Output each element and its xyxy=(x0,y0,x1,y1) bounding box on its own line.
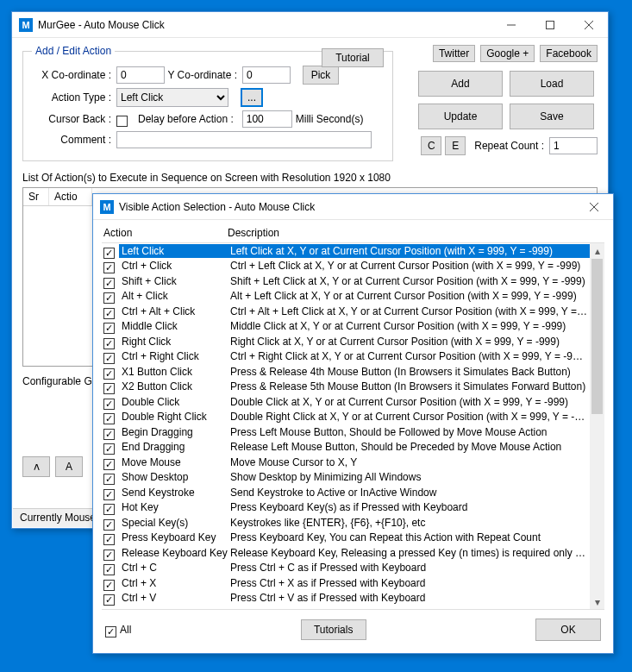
action-row[interactable]: End DraggingRelease Left Mouse Button, S… xyxy=(102,440,590,455)
save-button[interactable]: Save xyxy=(510,104,594,129)
action-row[interactable]: Ctrl + XPress Ctrl + X as if Pressed wit… xyxy=(102,575,590,591)
add-button[interactable]: Add xyxy=(418,71,503,97)
load-button[interactable]: Load xyxy=(510,71,594,97)
action-description: Right Click at X, Y or at Current Cursor… xyxy=(228,335,590,349)
e-button[interactable]: E xyxy=(445,136,466,155)
action-row[interactable]: Alt + ClickAlt + Left Click at X, Y or a… xyxy=(102,289,590,305)
repeat-count-input[interactable] xyxy=(549,137,598,154)
action-row-checkbox[interactable] xyxy=(103,308,115,319)
action-row[interactable]: Left ClickLeft Click at X, Y or at Curre… xyxy=(102,243,590,259)
action-type-label: Action Type : xyxy=(32,91,116,104)
action-row-checkbox[interactable] xyxy=(103,338,115,349)
more-actions-button[interactable]: ... xyxy=(241,88,263,107)
twitter-link[interactable]: Twitter xyxy=(433,45,475,62)
action-row-checkbox[interactable] xyxy=(103,459,115,470)
scroll-down-arrow-icon[interactable]: ▾ xyxy=(590,594,604,609)
col-action-header[interactable]: Actio xyxy=(49,188,92,205)
action-row-checkbox[interactable] xyxy=(103,368,115,380)
maximize-button[interactable] xyxy=(530,12,569,38)
action-row[interactable]: Press Keyboard KeyPress Keyboard Key, Yo… xyxy=(102,531,590,546)
vertical-scrollbar[interactable]: ▴ ▾ xyxy=(590,243,604,609)
cursor-back-checkbox[interactable] xyxy=(116,116,128,127)
action-name: Ctrl + C xyxy=(119,561,228,575)
action-row-checkbox[interactable] xyxy=(103,262,115,273)
action-row[interactable]: Right ClickRight Click at X, Y or at Cur… xyxy=(102,334,590,349)
groupbox-legend: Add / Edit Action xyxy=(32,45,115,57)
c-button[interactable]: C xyxy=(421,136,441,155)
action-row-checkbox[interactable] xyxy=(103,323,115,334)
action-row-checkbox[interactable] xyxy=(103,278,115,289)
action-name: Release Keyboard Key xyxy=(119,546,228,560)
action-description: Press & Release 5th Mouse Button (In Bro… xyxy=(228,380,590,393)
action-row[interactable]: Ctrl + Right ClickCtrl + Right Click at … xyxy=(102,349,590,365)
action-row[interactable]: Ctrl + ClickCtrl + Left Click at X, Y or… xyxy=(102,259,590,274)
action-row[interactable]: X2 Button ClickPress & Release 5th Mouse… xyxy=(102,380,590,395)
action-row-checkbox[interactable] xyxy=(103,594,115,606)
col-description-header[interactable]: Description xyxy=(228,227,604,239)
dialog-titlebar[interactable]: M Visible Action Selection - Auto Mouse … xyxy=(93,194,613,220)
action-row[interactable]: X1 Button ClickPress & Release 4th Mouse… xyxy=(102,364,590,380)
all-checkbox[interactable] xyxy=(105,626,116,637)
action-row-checkbox[interactable] xyxy=(103,564,115,575)
ok-button[interactable]: OK xyxy=(535,619,601,641)
action-row[interactable]: Special Key(s)Keystrokes like {ENTER}, {… xyxy=(102,515,590,531)
y-coord-input[interactable] xyxy=(242,66,291,84)
main-titlebar[interactable]: M MurGee - Auto Mouse Click xyxy=(12,12,608,38)
minimize-button[interactable] xyxy=(491,12,530,38)
action-row-checkbox[interactable] xyxy=(103,353,115,364)
action-row-checkbox[interactable] xyxy=(103,519,115,531)
action-description: Alt + Left Click at X, Y or at Current C… xyxy=(228,289,590,303)
action-row-checkbox[interactable] xyxy=(103,248,115,259)
action-row-checkbox[interactable] xyxy=(103,443,115,455)
action-row[interactable]: Send KeystrokeSend Keystroke to Active o… xyxy=(102,485,590,500)
action-name: Double Click xyxy=(119,395,228,409)
col-action-header[interactable]: Action xyxy=(102,227,228,239)
tutorial-button[interactable]: Tutorial xyxy=(322,48,384,67)
unknown-a-button[interactable]: A xyxy=(55,456,83,477)
action-description: Show Desktop by Minimizing All Windows xyxy=(228,470,590,484)
pick-button[interactable]: Pick xyxy=(303,66,339,85)
facebook-link[interactable]: Facebook xyxy=(540,45,598,62)
action-row[interactable]: Move MouseMove Mouse Cursor to X, Y xyxy=(102,455,590,470)
action-row[interactable]: Ctrl + CPress Ctrl + C as if Pressed wit… xyxy=(102,561,590,576)
action-row-checkbox[interactable] xyxy=(103,504,115,515)
move-up-button[interactable]: ʌ xyxy=(22,456,50,477)
action-row[interactable]: Middle ClickMiddle Click at X, Y or at C… xyxy=(102,319,590,335)
update-button[interactable]: Update xyxy=(418,104,503,129)
close-button[interactable] xyxy=(569,12,608,38)
action-row-checkbox[interactable] xyxy=(103,292,115,304)
action-row[interactable]: Begin DraggingPress Left Mouse Button, S… xyxy=(102,424,590,440)
scroll-up-arrow-icon[interactable]: ▴ xyxy=(590,243,604,258)
action-row[interactable]: Release Keyboard KeyRelease Keyboard Key… xyxy=(102,545,590,561)
action-row-checkbox[interactable] xyxy=(103,413,115,424)
action-name: X2 Button Click xyxy=(119,380,228,393)
action-row-checkbox[interactable] xyxy=(103,489,115,500)
app-icon: M xyxy=(100,200,114,214)
action-row-checkbox[interactable] xyxy=(103,383,115,394)
delay-input[interactable] xyxy=(242,110,292,128)
action-row-checkbox[interactable] xyxy=(103,550,115,561)
action-description: Double Click at X, Y or at Current Curso… xyxy=(228,395,590,409)
x-coord-input[interactable] xyxy=(116,66,165,84)
action-row[interactable]: Ctrl + Alt + ClickCtrl + Alt + Left Clic… xyxy=(102,304,590,319)
action-row-checkbox[interactable] xyxy=(103,399,115,410)
tutorials-button[interactable]: Tutorials xyxy=(301,619,366,640)
action-row-checkbox[interactable] xyxy=(103,534,115,545)
action-row[interactable]: Hot KeyPress Keyboard Key(s) as if Press… xyxy=(102,500,590,516)
action-row[interactable]: Double ClickDouble Click at X, Y or at C… xyxy=(102,394,590,410)
action-type-select[interactable]: Left Click xyxy=(116,88,228,107)
action-row[interactable]: Show DesktopShow Desktop by Minimizing A… xyxy=(102,470,590,486)
action-row-checkbox[interactable] xyxy=(103,474,115,485)
action-row-checkbox[interactable] xyxy=(103,580,115,591)
col-sr-header[interactable]: Sr xyxy=(23,188,49,205)
scrollbar-thumb[interactable] xyxy=(591,259,603,414)
dialog-close-button[interactable] xyxy=(574,194,613,220)
action-row-checkbox[interactable] xyxy=(103,429,115,440)
google-link[interactable]: Google + xyxy=(480,45,535,62)
action-list[interactable]: Left ClickLeft Click at X, Y or at Curre… xyxy=(102,243,590,609)
action-row[interactable]: Shift + ClickShift + Left Click at X, Y … xyxy=(102,273,590,289)
action-row[interactable]: Ctrl + VPress Ctrl + V as if Pressed wit… xyxy=(102,591,590,606)
action-name: Left Click xyxy=(119,244,228,258)
comment-input[interactable] xyxy=(116,131,372,148)
action-row[interactable]: Double Right ClickDouble Right Click at … xyxy=(102,410,590,425)
